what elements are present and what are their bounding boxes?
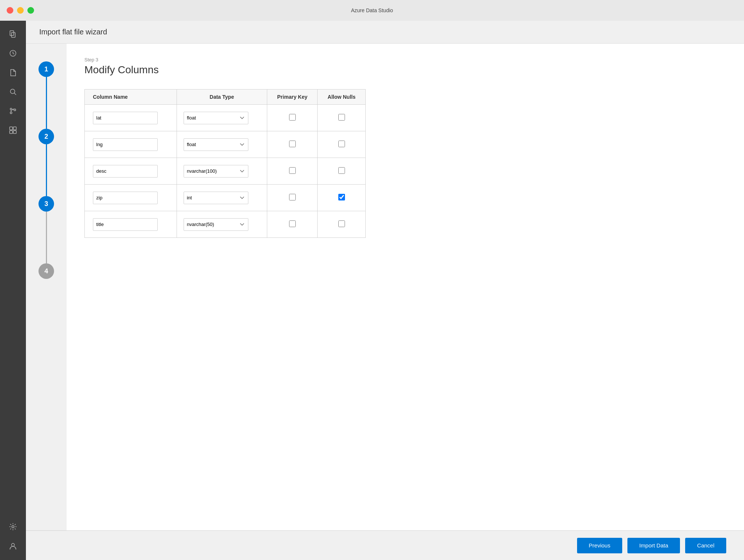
- cell-primary-key-2: [267, 158, 318, 185]
- cell-data-type-3: floatintnvarchar(50)nvarchar(100)nvarcha…: [177, 185, 267, 211]
- checkbox-primary-key-0[interactable]: [289, 114, 296, 121]
- table-row: floatintnvarchar(50)nvarchar(100)nvarcha…: [85, 131, 366, 158]
- svg-rect-9: [10, 131, 13, 134]
- cell-data-type-2: floatintnvarchar(50)nvarchar(100)nvarcha…: [177, 158, 267, 185]
- table-row: floatintnvarchar(50)nvarchar(100)nvarcha…: [85, 211, 366, 238]
- sidebar-icon-extensions[interactable]: [4, 121, 22, 139]
- select-data-type-2[interactable]: floatintnvarchar(50)nvarchar(100)nvarcha…: [184, 165, 248, 178]
- cell-primary-key-0: [267, 105, 318, 131]
- cancel-button[interactable]: Cancel: [685, 538, 726, 553]
- window-controls: [7, 7, 34, 14]
- sidebar-icon-account[interactable]: [4, 537, 22, 555]
- input-column-name-0[interactable]: [93, 112, 158, 124]
- stepper-column: 1 2 3 4: [26, 44, 67, 530]
- cell-column-name-1: [85, 131, 177, 158]
- sidebar-icon-git[interactable]: [4, 102, 22, 120]
- cell-allow-nulls-3: [318, 185, 366, 211]
- content-area: Step 3 Modify Columns Column Name Data T…: [67, 44, 744, 530]
- cell-allow-nulls-4: [318, 211, 366, 238]
- sidebar-icon-files[interactable]: [4, 25, 22, 43]
- close-button[interactable]: [7, 7, 13, 14]
- input-column-name-4[interactable]: [93, 218, 158, 231]
- header-primary-key: Primary Key: [267, 90, 318, 105]
- minimize-button[interactable]: [17, 7, 24, 14]
- footer-bar: Previous Import Data Cancel: [26, 530, 744, 560]
- sidebar: [0, 21, 26, 560]
- svg-rect-0: [10, 31, 14, 36]
- table-row: floatintnvarchar(50)nvarchar(100)nvarcha…: [85, 158, 366, 185]
- step-4-node: 4: [38, 263, 54, 279]
- cell-column-name-4: [85, 211, 177, 238]
- window-title: Azure Data Studio: [351, 7, 393, 13]
- input-column-name-2[interactable]: [93, 165, 158, 178]
- step-line-2-3: [46, 144, 47, 196]
- title-bar: Azure Data Studio: [0, 0, 744, 21]
- cell-allow-nulls-2: [318, 158, 366, 185]
- sidebar-bottom: [4, 518, 22, 560]
- checkbox-allow-nulls-1[interactable]: [338, 141, 345, 147]
- step-3-node: 3: [38, 196, 54, 212]
- sidebar-icon-settings[interactable]: [4, 518, 22, 536]
- svg-rect-8: [13, 127, 16, 130]
- input-column-name-1[interactable]: [93, 138, 158, 151]
- wizard-header: Import flat file wizard: [26, 21, 744, 44]
- select-data-type-3[interactable]: floatintnvarchar(50)nvarchar(100)nvarcha…: [184, 192, 248, 204]
- svg-point-6: [14, 109, 16, 111]
- step-2-node: 2: [38, 129, 54, 144]
- svg-point-11: [12, 526, 14, 528]
- checkbox-primary-key-1[interactable]: [289, 141, 296, 147]
- cell-primary-key-3: [267, 185, 318, 211]
- cell-primary-key-1: [267, 131, 318, 158]
- header-column-name: Column Name: [85, 90, 177, 105]
- select-data-type-1[interactable]: floatintnvarchar(50)nvarchar(100)nvarcha…: [184, 138, 248, 151]
- svg-rect-1: [11, 33, 15, 37]
- checkbox-allow-nulls-3[interactable]: [338, 194, 345, 200]
- cell-column-name-3: [85, 185, 177, 211]
- header-allow-nulls: Allow Nulls: [318, 90, 366, 105]
- header-data-type: Data Type: [177, 90, 267, 105]
- checkbox-primary-key-4[interactable]: [289, 220, 296, 227]
- main-area: Import flat file wizard 1 2 3 4 Step 3 M…: [26, 21, 744, 560]
- cell-data-type-1: floatintnvarchar(50)nvarchar(100)nvarcha…: [177, 131, 267, 158]
- cell-column-name-0: [85, 105, 177, 131]
- svg-rect-10: [13, 131, 16, 134]
- wizard-body: 1 2 3 4 Step 3 Modify Columns Column Nam…: [26, 44, 744, 530]
- app-layout: Import flat file wizard 1 2 3 4 Step 3 M…: [0, 21, 744, 560]
- maximize-button[interactable]: [27, 7, 34, 14]
- sidebar-icon-search[interactable]: [4, 83, 22, 101]
- columns-table: Column Name Data Type Primary Key Allow …: [84, 89, 366, 238]
- table-row: floatintnvarchar(50)nvarchar(100)nvarcha…: [85, 185, 366, 211]
- previous-button[interactable]: Previous: [577, 538, 622, 553]
- step-line-1-2: [46, 77, 47, 129]
- cell-allow-nulls-1: [318, 131, 366, 158]
- cell-primary-key-4: [267, 211, 318, 238]
- wizard-header-title: Import flat file wizard: [39, 28, 107, 36]
- sidebar-icon-history[interactable]: [4, 44, 22, 62]
- input-column-name-3[interactable]: [93, 192, 158, 204]
- svg-rect-7: [10, 127, 13, 130]
- checkbox-allow-nulls-4[interactable]: [338, 220, 345, 227]
- cell-data-type-0: floatintnvarchar(50)nvarchar(100)nvarcha…: [177, 105, 267, 131]
- page-title: Modify Columns: [84, 64, 726, 76]
- table-row: floatintnvarchar(50)nvarchar(100)nvarcha…: [85, 105, 366, 131]
- sidebar-icon-new-file[interactable]: [4, 64, 22, 81]
- checkbox-allow-nulls-2[interactable]: [338, 167, 345, 174]
- cell-allow-nulls-0: [318, 105, 366, 131]
- step-label: Step 3: [84, 57, 726, 63]
- step-line-3-4: [46, 212, 47, 263]
- checkbox-primary-key-2[interactable]: [289, 167, 296, 174]
- cell-column-name-2: [85, 158, 177, 185]
- checkbox-allow-nulls-0[interactable]: [338, 114, 345, 121]
- step-1-node: 1: [38, 61, 54, 77]
- svg-point-12: [11, 543, 14, 546]
- import-data-button[interactable]: Import Data: [627, 538, 680, 553]
- checkbox-primary-key-3[interactable]: [289, 194, 296, 200]
- cell-data-type-4: floatintnvarchar(50)nvarchar(100)nvarcha…: [177, 211, 267, 238]
- svg-point-3: [10, 89, 15, 94]
- select-data-type-0[interactable]: floatintnvarchar(50)nvarchar(100)nvarcha…: [184, 112, 248, 124]
- select-data-type-4[interactable]: floatintnvarchar(50)nvarchar(100)nvarcha…: [184, 218, 248, 231]
